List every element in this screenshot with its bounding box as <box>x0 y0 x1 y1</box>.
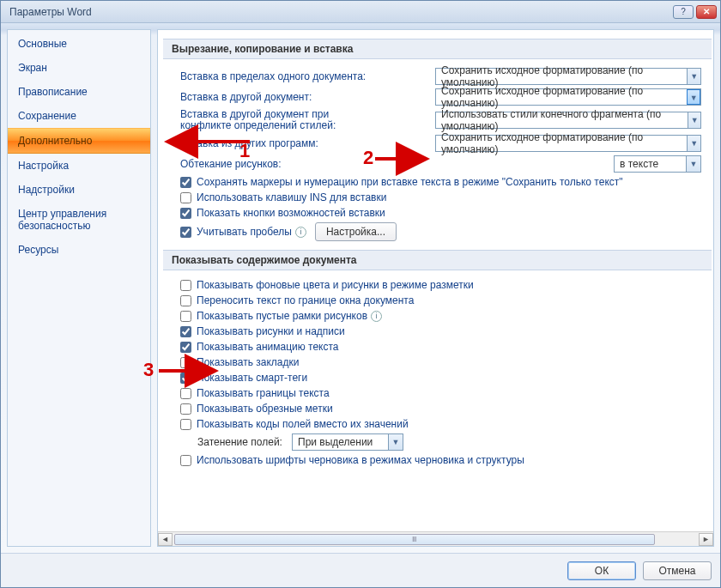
horizontal-scrollbar[interactable]: ◄ Ⅲ ► <box>158 531 713 546</box>
dropdown-value: Использовать стили конечного фрагмента (… <box>441 108 682 132</box>
checkbox-label: Учитывать пробелы <box>197 226 292 238</box>
dropdown-value: При выделении <box>298 436 373 448</box>
sidebar-item-resources[interactable]: Ресурсы <box>8 238 150 262</box>
checkbox-drawings[interactable]: Показывать рисунки и надписи <box>163 324 712 339</box>
chevron-down-icon: ▼ <box>688 112 700 128</box>
checkbox-bg-colors[interactable]: Показывать фоновые цвета и рисунки в реж… <box>163 277 712 293</box>
checkbox-smart-tags[interactable]: Показывать смарт-теги <box>163 370 712 385</box>
row-paste-other-programs: Вставка из других программ: Сохранить ис… <box>163 133 712 154</box>
checkbox-input[interactable] <box>180 357 191 368</box>
checkbox-keep-bullets[interactable]: Сохранять маркеры и нумерацию при вставк… <box>163 174 712 190</box>
checkbox-label: Показать кнопки возможностей вставки <box>197 207 385 219</box>
info-icon[interactable]: i <box>371 311 382 322</box>
checkbox-input[interactable] <box>180 177 191 188</box>
chevron-down-icon: ▼ <box>687 69 700 84</box>
info-icon[interactable]: i <box>295 227 306 238</box>
cancel-button[interactable]: Отмена <box>643 561 712 580</box>
sidebar-item-display[interactable]: Экран <box>8 56 150 80</box>
checkbox-label: Показывать закладки <box>197 356 299 368</box>
checkbox-label: Показывать смарт-теги <box>197 372 307 384</box>
dropdown-paste-within-doc[interactable]: Сохранить исходное форматирование (по ум… <box>435 68 701 85</box>
smart-paste-settings-button[interactable]: Настройка... <box>315 222 397 241</box>
checkbox-label: Показывать фоновые цвета и рисунки в реж… <box>197 279 474 291</box>
checkbox-boundaries[interactable]: Показывать границы текста <box>163 385 712 401</box>
sidebar-item-customize[interactable]: Настройка <box>8 154 150 178</box>
ok-button[interactable]: ОК <box>567 561 636 580</box>
checkbox-label: Использовать клавишу INS для вставки <box>197 191 386 203</box>
checkbox-label: Показывать обрезные метки <box>197 403 333 415</box>
scroll-thumb[interactable]: Ⅲ <box>174 534 655 545</box>
checkbox-label: Показывать границы текста <box>197 387 330 399</box>
row-picture-wrap: Обтекание рисунков: в тексте ▼ <box>163 154 712 174</box>
checkbox-label: Показывать анимацию текста <box>197 341 339 353</box>
label-field-shading: Затенение полей: <box>197 436 292 448</box>
checkbox-draft-fonts[interactable]: Использовать шрифты черновика в режимах … <box>163 452 712 468</box>
dropdown-value: Сохранить исходное форматирование (по ум… <box>441 131 682 155</box>
sidebar-item-general[interactable]: Основные <box>8 32 150 56</box>
sidebar-item-save[interactable]: Сохранение <box>8 104 150 128</box>
checkbox-input[interactable] <box>180 227 191 238</box>
help-button[interactable]: ? <box>673 5 694 19</box>
section-cut-copy-paste: Вырезание, копирование и вставка <box>163 39 712 59</box>
checkbox-wrap-window[interactable]: Переносить текст по границе окна докумен… <box>163 293 712 308</box>
checkbox-input[interactable] <box>180 326 191 337</box>
checkbox-input[interactable] <box>180 388 191 399</box>
checkbox-input[interactable] <box>180 455 191 466</box>
sidebar-item-proofing[interactable]: Правописание <box>8 80 150 104</box>
dropdown-paste-other-doc[interactable]: Сохранить исходное форматирование (по ум… <box>435 88 701 106</box>
checkbox-input[interactable] <box>180 403 191 415</box>
checkbox-label: Переносить текст по границе окна докумен… <box>197 294 414 306</box>
checkbox-ins-key[interactable]: Использовать клавишу INS для вставки <box>163 190 712 205</box>
scroll-track[interactable]: Ⅲ <box>173 533 699 546</box>
row-field-shading: Затенение полей: При выделении ▼ <box>163 432 712 452</box>
checkbox-label: Использовать шрифты черновика в режимах … <box>197 454 524 466</box>
chevron-down-icon: ▼ <box>686 156 700 172</box>
checkbox-input[interactable] <box>180 192 191 203</box>
checkbox-label: Показывать рисунки и надписи <box>197 325 345 337</box>
label-paste-within-doc: Вставка в пределах одного документа: <box>180 70 373 82</box>
checkbox-input[interactable] <box>180 295 191 306</box>
close-button[interactable]: ✕ <box>696 5 717 19</box>
row-paste-other-doc: Вставка в другой документ: Сохранить исх… <box>163 87 712 107</box>
dropdown-field-shading[interactable]: При выделении ▼ <box>292 433 403 451</box>
checkbox-placeholders[interactable]: Показывать пустые рамки рисунковi <box>163 308 712 324</box>
row-paste-style-conflict: Вставка в другой документ при конфликте … <box>163 107 712 133</box>
chevron-down-icon: ▼ <box>687 89 700 105</box>
content-scroll[interactable]: Вырезание, копирование и вставка Вставка… <box>158 30 713 531</box>
dialog-footer: ОК Отмена <box>1 553 720 587</box>
checkbox-input[interactable] <box>180 373 191 384</box>
checkbox-input[interactable] <box>180 311 191 322</box>
checkbox-label: Сохранять маркеры и нумерацию при вставк… <box>197 176 623 188</box>
content-pane: Вырезание, копирование и вставка Вставка… <box>157 29 714 547</box>
checkbox-animation[interactable]: Показывать анимацию текста <box>163 339 712 355</box>
titlebar: Параметры Word ? ✕ <box>1 1 720 23</box>
label-paste-other-programs: Вставка из других программ: <box>180 137 373 149</box>
dropdown-paste-style-conflict[interactable]: Использовать стили конечного фрагмента (… <box>435 112 701 129</box>
scroll-left-icon[interactable]: ◄ <box>158 533 173 546</box>
sidebar-item-advanced[interactable]: Дополнительно <box>8 128 150 154</box>
checkbox-input[interactable] <box>180 208 191 219</box>
row-paste-within-doc: Вставка в пределах одного документа: Сох… <box>163 66 712 87</box>
checkbox-input[interactable] <box>180 419 191 430</box>
chevron-down-icon: ▼ <box>388 434 403 450</box>
dropdown-picture-wrap[interactable]: в тексте ▼ <box>614 155 701 173</box>
scroll-right-icon[interactable]: ► <box>699 533 713 546</box>
checkbox-input[interactable] <box>180 342 191 353</box>
checkbox-label: Показывать пустые рамки рисунков <box>197 310 367 322</box>
dropdown-value: Сохранить исходное форматирование (по ум… <box>441 85 682 109</box>
checkbox-crop-marks[interactable]: Показывать обрезные метки <box>163 401 712 416</box>
checkbox-field-codes[interactable]: Показывать коды полей вместо их значений <box>163 416 712 432</box>
word-options-dialog: Параметры Word ? ✕ Основные Экран Правоп… <box>0 0 721 588</box>
label-paste-style-conflict: Вставка в другой документ при конфликте … <box>180 109 373 131</box>
dropdown-value: в тексте <box>620 158 658 170</box>
sidebar-item-addins[interactable]: Надстройки <box>8 178 150 202</box>
dialog-body: Основные Экран Правописание Сохранение Д… <box>1 23 720 553</box>
checkbox-bookmarks[interactable]: Показывать закладки <box>163 355 712 370</box>
dropdown-paste-other-programs[interactable]: Сохранить исходное форматирование (по ум… <box>435 135 701 152</box>
category-sidebar: Основные Экран Правописание Сохранение Д… <box>7 29 151 547</box>
checkbox-paste-options[interactable]: Показать кнопки возможностей вставки <box>163 205 712 221</box>
checkbox-input[interactable] <box>180 280 191 291</box>
section-show-content: Показывать содержимое документа <box>163 250 712 270</box>
checkbox-smart-paste[interactable]: Учитывать пробелы i Настройка... <box>163 221 712 246</box>
sidebar-item-trust-center[interactable]: Центр управления безопасностью <box>8 202 150 238</box>
